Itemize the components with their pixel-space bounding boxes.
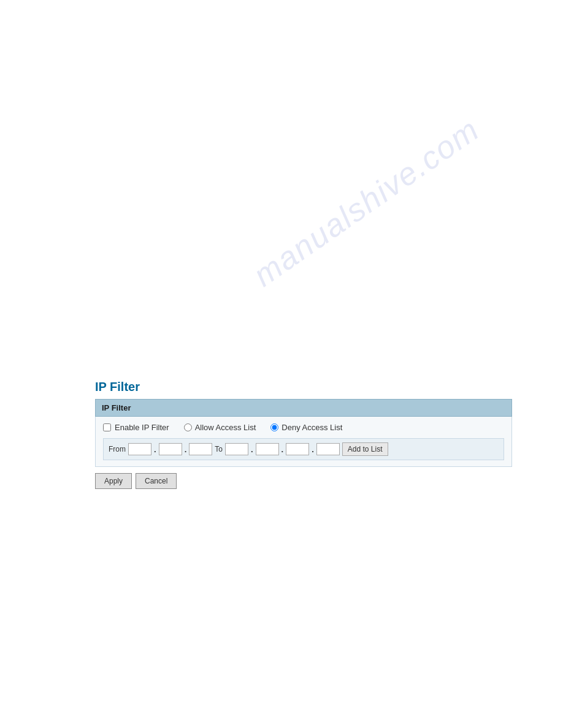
to-ip-octet2[interactable] — [256, 443, 279, 455]
enable-ip-filter-row: Enable IP Filter — [103, 423, 169, 432]
filter-options-row: Enable IP Filter Allow Access List Deny … — [103, 423, 504, 432]
main-content: IP Filter IP Filter Enable IP Filter All… — [95, 380, 512, 489]
to-ip-octet1[interactable] — [225, 443, 248, 455]
allow-access-radio[interactable] — [184, 423, 192, 431]
to-dot2: . — [282, 445, 284, 454]
watermark-text: manualshive.com — [247, 111, 486, 294]
section-body: Enable IP Filter Allow Access List Deny … — [95, 417, 512, 467]
to-label: To — [215, 445, 223, 453]
cancel-button[interactable]: Cancel — [136, 473, 177, 489]
add-to-list-button[interactable]: Add to List — [342, 442, 388, 456]
to-dot1: . — [251, 445, 253, 454]
button-row: Apply Cancel — [95, 473, 512, 489]
from-dot2: . — [185, 445, 187, 454]
to-ip-octet4[interactable] — [316, 443, 340, 455]
enable-ip-filter-label: Enable IP Filter — [115, 423, 169, 432]
from-ip-octet1[interactable] — [128, 443, 151, 455]
from-dot1: . — [154, 445, 156, 454]
from-label: From — [109, 445, 126, 453]
from-to-row: From . . To . . . Add to List — [103, 438, 504, 460]
deny-access-radio[interactable] — [270, 423, 278, 431]
deny-access-option: Deny Access List — [270, 423, 342, 432]
apply-button[interactable]: Apply — [95, 473, 132, 489]
allow-access-option: Allow Access List — [184, 423, 256, 432]
page-title: IP Filter — [95, 380, 512, 394]
allow-access-label: Allow Access List — [195, 423, 256, 432]
deny-access-label: Deny Access List — [282, 423, 342, 432]
section-header: IP Filter — [95, 399, 512, 417]
enable-ip-filter-checkbox[interactable] — [103, 423, 111, 431]
from-ip-octet3[interactable] — [189, 443, 212, 455]
from-ip-octet2[interactable] — [159, 443, 182, 455]
to-dot3: . — [312, 445, 314, 454]
to-ip-octet3[interactable] — [286, 443, 309, 455]
